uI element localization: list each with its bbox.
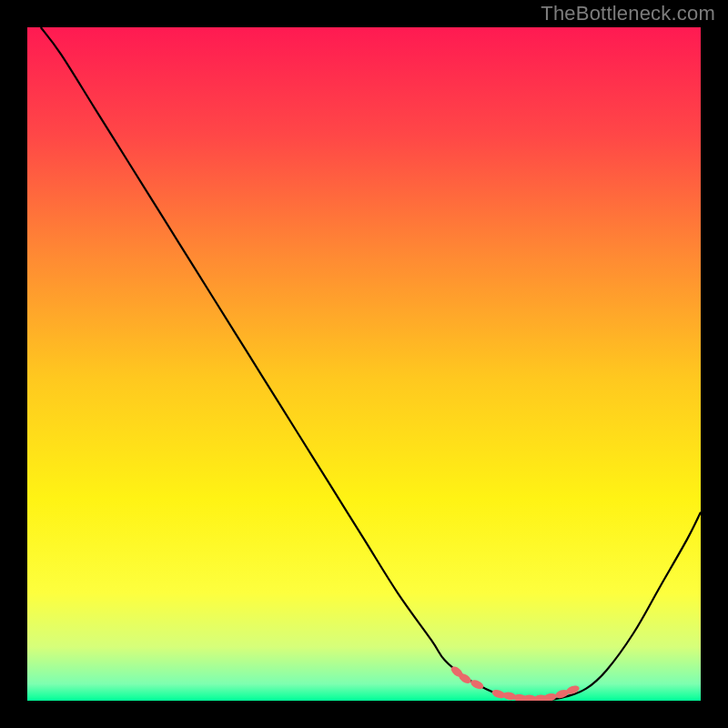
gradient-background [27, 27, 701, 701]
bottleneck-chart [27, 27, 701, 701]
chart-container: TheBottleneck.com [0, 0, 728, 728]
attribution-label: TheBottleneck.com [541, 2, 715, 25]
